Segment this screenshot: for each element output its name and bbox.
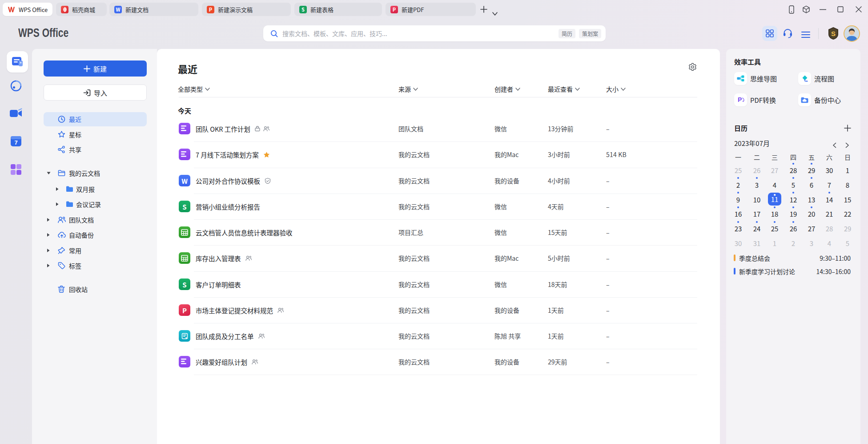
cal-next[interactable] [845,140,850,150]
tab-more[interactable] [492,8,498,18]
event-1[interactable]: 季度总结会 9:30–11:00 [734,254,851,262]
tool-pdf[interactable]: P PDF转换 [734,93,776,106]
hd-avatar[interactable] [844,25,860,42]
row-5[interactable]: 云文档管人员信息统计表理器验收 项目汇总微信15天前– [157,219,720,245]
chip-plan[interactable]: 策划案 [579,29,601,38]
filter-recent[interactable]: 最近查看 [548,85,580,93]
nav-meetingnotes[interactable]: 会议记录 [32,197,157,211]
filter-creator[interactable]: 创建者 [494,85,520,93]
nav-trash[interactable]: 回收站 [32,282,157,296]
svg-text:P: P [738,96,742,103]
tab-newdoc[interactable]: W 新建文档 [109,3,198,16]
group-today: 今天 [178,106,191,115]
cal-selected: 11 [768,193,781,206]
tab-newppt[interactable]: P 新建演示文稿 [202,3,291,16]
row-9[interactable]: 团队成员及分工名单 我的云文档陈旭 共享1天前– [157,323,720,349]
nav-autobackup[interactable]: 自动备份 [32,228,157,242]
win-min[interactable] [820,9,826,10]
logo: WPS Office [18,26,68,39]
nav-tags[interactable]: 标签 [32,258,157,273]
chip-resume[interactable]: 简历 [559,29,575,38]
btn-new[interactable]: 新建 [44,61,147,77]
row-3[interactable]: W 公司对外合作协议模板 我的云文档我的设备4小时前– [157,168,720,194]
row-1[interactable]: 团队 OKR 工作计划 团队文档微信13分钟前– [157,116,720,141]
calendar-add[interactable] [844,124,852,134]
wps-office-home: WPS Office 稻壳商城 W 新建文档 P 新建演示文稿 S 新建表格 P… [0,0,868,444]
tool-flowchart[interactable]: 流程图 [798,72,834,85]
filter-size[interactable]: 大小 [606,85,626,93]
nav-recent[interactable]: 最近 [32,112,157,126]
tab-add[interactable] [479,5,488,16]
hd-vip[interactable]: S [826,26,840,43]
nav-common[interactable]: 常用 [32,243,157,258]
nav-share[interactable]: 共享 [32,142,157,157]
win-box [802,5,810,14]
row-8[interactable]: P 市场主体登记提交材料规范 我的云文档我的设备1天前– [157,297,720,323]
main-title: 最近 [178,61,197,76]
rail-docs[interactable] [7,51,28,73]
nav-teamdocs[interactable]: 团队文档 [32,213,157,227]
row-4[interactable]: S 营销小组业绩分析报告 我的云文档微信4天前– [157,194,720,219]
cal-prev[interactable] [832,140,837,150]
rail-calendar[interactable]: 7 [0,135,32,147]
event-2[interactable]: 新季度学习计划讨论 14:30–16:00 [734,267,851,276]
hd-grid[interactable] [762,26,777,41]
tab-newpdf[interactable]: P 新建PDF [386,3,476,16]
nav-star[interactable]: 星标 [32,127,157,141]
tool-mindmap[interactable]: 思维导图 [734,72,777,85]
search-bar[interactable]: 搜索文档、模板、文库、应用、技巧... 简历 策划案 [263,25,606,41]
row-10[interactable]: 兴趣爱好组队计划 我的云文档我的设备29天前– [157,349,720,375]
nav-biweekly[interactable]: 双月报 [32,182,157,196]
svg-text:S: S [831,30,836,37]
rail-meeting[interactable] [0,108,32,119]
rail-apps[interactable] [0,164,32,175]
tools-title: 效率工具 [734,57,761,66]
nav-mycloud[interactable]: 我的云文档 [32,166,157,180]
filter-source[interactable]: 来源 [398,85,418,93]
calendar-title: 日历 [734,123,747,133]
tab-store[interactable]: 稻壳商城 [56,3,107,16]
win-close[interactable] [856,6,862,12]
main-settings[interactable] [688,63,697,73]
win-max[interactable] [837,6,844,12]
tool-backup[interactable]: 备份中心 [798,93,841,106]
row-2[interactable]: 7 月线下活动策划方案 我的云文档我的Mac3小时前514 KB [157,141,720,167]
tab-bar: WPS Office 稻壳商城 W 新建文档 P 新建演示文稿 S 新建表格 P… [0,0,868,19]
win-mobile [788,5,795,14]
filter-type[interactable]: 全部类型 [178,85,210,93]
tab-newsheet[interactable]: S 新建表格 [294,3,382,16]
row-7[interactable]: S 客户订单明细表 我的云文档微信18天前– [157,271,720,297]
svg-text:7: 7 [14,139,17,146]
hd-menu[interactable] [801,30,810,40]
tab-home[interactable]: WPS Office [3,3,52,16]
calendar-month: 2023年07月 [734,138,770,148]
row-6[interactable]: 库存出入管理表 我的云文档我的Mac5小时前– [157,245,720,271]
hd-support[interactable] [783,28,793,41]
